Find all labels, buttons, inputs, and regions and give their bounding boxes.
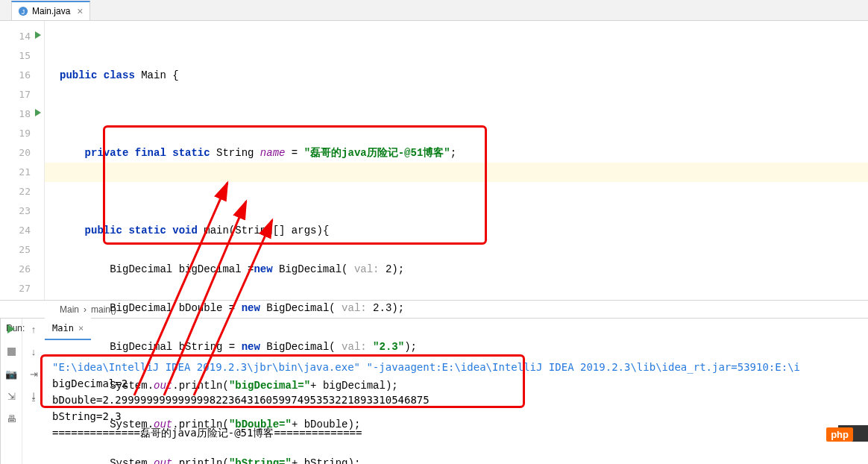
- scroll-icon[interactable]: ⭳: [28, 390, 40, 402]
- line-number: 21: [0, 163, 31, 182]
- rerun-button[interactable]: [5, 323, 17, 335]
- line-number: 14: [0, 27, 31, 46]
- console-line: bigDecimal=2: [52, 377, 128, 389]
- line-number: 20: [0, 143, 31, 163]
- console-output: "E:\idea\IntelliJ IDEA 2019.2.3\jbr\bin\…: [52, 342, 861, 457]
- console-line: bDouble=2.299999999999999822364316059974…: [52, 394, 430, 406]
- line-number: 27: [0, 279, 31, 298]
- console-line: ==============磊哥的java历险记-@51博客==========…: [52, 427, 362, 439]
- code-line: public static void main(String[] args){: [60, 221, 868, 240]
- line-number: 19: [0, 124, 31, 143]
- code-line: [60, 182, 868, 201]
- close-icon[interactable]: ×: [78, 323, 84, 333]
- stop-button[interactable]: [5, 345, 17, 357]
- wrap-icon[interactable]: ⇥: [28, 368, 40, 380]
- current-line-highlight: [45, 163, 868, 182]
- line-number: 26: [0, 260, 31, 279]
- code-line: private final static String name = "磊哥的j…: [60, 143, 868, 163]
- code-line: BigDecimal bigDecimal =new BigDecimal( v…: [60, 260, 868, 279]
- console-line: bString=2.3: [52, 410, 122, 422]
- run-tab[interactable]: Main×: [45, 318, 91, 340]
- editor-area: 14 15 16 17 18 19 20 21 22 23 24 25 26 2…: [0, 21, 868, 301]
- line-number: 16: [0, 66, 31, 85]
- line-number: 17: [0, 85, 31, 104]
- console-cmd: "E:\idea\IntelliJ IDEA 2019.2.3\jbr\bin\…: [52, 361, 800, 373]
- line-number: 23: [0, 201, 31, 221]
- svg-text:J: J: [22, 8, 25, 16]
- line-number: 24: [0, 221, 31, 240]
- up-icon[interactable]: ↑: [28, 323, 40, 335]
- print-icon[interactable]: 🖶: [5, 413, 17, 424]
- code-line: BigDecimal bDouble = new BigDecimal( val…: [60, 298, 868, 318]
- line-number: 18: [0, 104, 31, 124]
- run-panel: Run: 📷 ⇲ 🖶 ↑ ↓ ⇥ ⭳ Main× "E:\idea\Intell…: [0, 319, 868, 464]
- run-toolbar-right: ↑ ↓ ⇥ ⭳: [22, 319, 45, 464]
- java-file-icon: J: [18, 6, 28, 16]
- gutter: 14 15 16 17 18 19 20 21 22 23 24 25 26 2…: [0, 21, 45, 300]
- code-line: [60, 104, 868, 124]
- line-number: 15: [0, 46, 31, 66]
- run-toolbar-left: 📷 ⇲ 🖶: [0, 319, 22, 464]
- camera-icon[interactable]: 📷: [5, 368, 17, 380]
- console[interactable]: Main× "E:\idea\IntelliJ IDEA 2019.2.3\jb…: [45, 319, 868, 464]
- export-icon[interactable]: ⇲: [5, 390, 17, 402]
- run-tab-label: Main: [52, 323, 74, 333]
- editor-tab-bar: J Main.java ×: [0, 0, 868, 21]
- line-number: 22: [0, 182, 31, 201]
- code-line: public class Main {: [60, 66, 868, 85]
- editor-tab-main[interactable]: J Main.java ×: [11, 1, 90, 20]
- code-editor[interactable]: public class Main { private final static…: [45, 21, 868, 300]
- down-icon[interactable]: ↓: [28, 345, 40, 357]
- tab-label: Main.java: [32, 6, 70, 16]
- close-icon[interactable]: ×: [77, 5, 83, 17]
- run-gutter-icon[interactable]: [35, 109, 41, 116]
- run-gutter-icon[interactable]: [35, 31, 41, 39]
- php-badge: php: [826, 427, 853, 442]
- line-number: 25: [0, 240, 31, 260]
